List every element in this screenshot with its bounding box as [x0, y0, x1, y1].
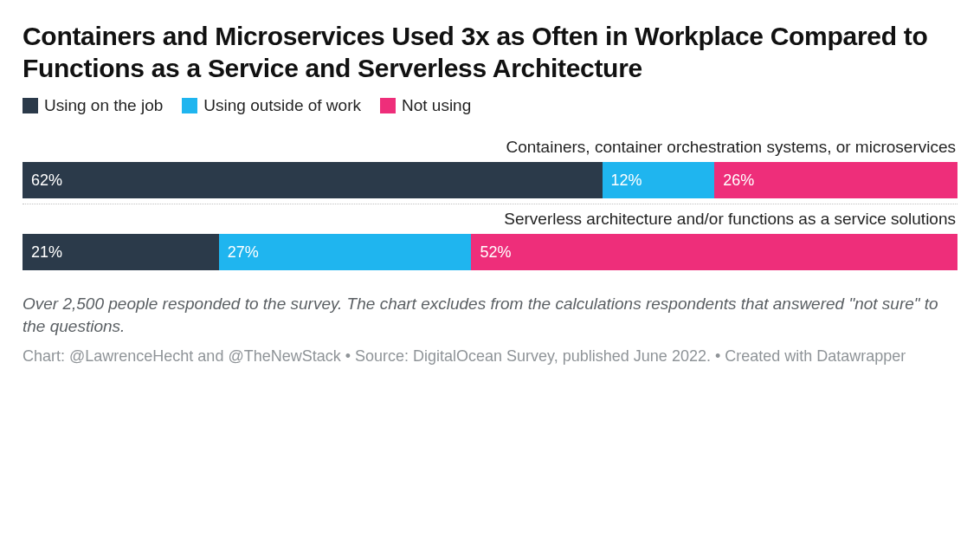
stacked-bar: 21% 27% 52% — [23, 234, 957, 270]
row-label: Containers, container orchestration syst… — [23, 138, 957, 157]
row-divider — [23, 204, 957, 204]
chart-footnote: Over 2,500 people responded to the surve… — [23, 293, 957, 337]
swatch-icon — [23, 98, 38, 113]
legend-label: Using outside of work — [203, 96, 361, 115]
legend-label: Using on the job — [44, 96, 163, 115]
legend-label: Not using — [402, 96, 471, 115]
bar-segment-using-on-the-job: 62% — [23, 162, 603, 198]
row-label: Serverless architecture and/or functions… — [23, 210, 957, 229]
chart-credit: Chart: @LawrenceHecht and @TheNewStack •… — [23, 346, 957, 366]
legend-item-not-using: Not using — [380, 96, 471, 115]
bar-row-serverless: Serverless architecture and/or functions… — [23, 210, 957, 270]
bar-row-containers: Containers, container orchestration syst… — [23, 138, 957, 198]
bar-segment-using-outside-of-work: 27% — [219, 234, 472, 270]
legend-item-using-outside-of-work: Using outside of work — [182, 96, 361, 115]
bar-segment-using-outside-of-work: 12% — [603, 162, 715, 198]
stacked-bar: 62% 12% 26% — [23, 162, 957, 198]
swatch-icon — [182, 98, 197, 113]
bar-segment-using-on-the-job: 21% — [23, 234, 219, 270]
bar-segment-not-using: 52% — [471, 234, 957, 270]
stacked-bar-chart: Containers, container orchestration syst… — [23, 138, 957, 270]
chart-title: Containers and Microservices Used 3x as … — [23, 21, 940, 84]
legend: Using on the job Using outside of work N… — [23, 96, 957, 115]
swatch-icon — [380, 98, 396, 113]
legend-item-using-on-the-job: Using on the job — [23, 96, 163, 115]
bar-segment-not-using: 26% — [714, 162, 957, 198]
